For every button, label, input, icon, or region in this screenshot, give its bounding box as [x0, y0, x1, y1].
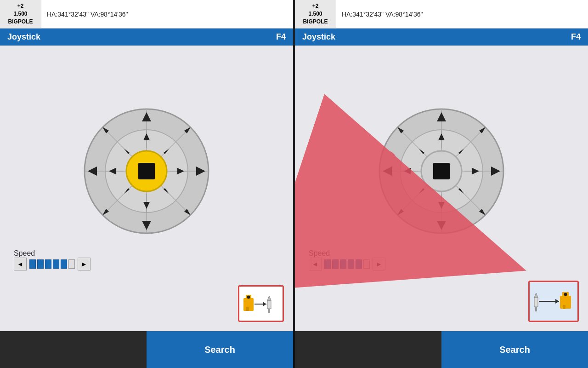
svg-marker-111 — [534, 293, 538, 298]
left-speed-increase[interactable]: ► — [78, 258, 90, 270]
svg-rect-110 — [534, 298, 538, 307]
left-joystick-title: Joystick — [7, 32, 40, 42]
svg-point-117 — [564, 293, 567, 296]
right-bar-3 — [340, 259, 346, 269]
left-speed-bars — [29, 259, 75, 269]
right-speed-section: Speed ◄ ► — [309, 249, 385, 270]
right-panel: Lot 4 Lot 5 20 3.79m 10m 38 — [295, 0, 588, 331]
right-search-section: Search — [441, 331, 588, 368]
right-joystick-wheel[interactable] — [377, 107, 506, 236]
right-line2: 1.500 — [308, 10, 322, 18]
right-line3: BIGPOLE — [303, 18, 328, 26]
svg-rect-118 — [563, 305, 565, 309]
left-speed-control[interactable]: ◄ ► — [14, 258, 90, 270]
right-speed-increase[interactable]: ► — [373, 258, 385, 270]
left-info-left: +2 1.500 BIGPOLE — [0, 0, 41, 28]
right-joystick-area: Speed ◄ ► — [295, 46, 588, 331]
left-bar-1 — [29, 259, 36, 269]
left-coords: HA:341°32'43" VA:98°14'36" — [41, 0, 133, 28]
left-direction-mode-button[interactable] — [238, 285, 284, 322]
right-bar-4 — [348, 259, 354, 269]
right-info-left: +2 1.500 BIGPOLE — [295, 0, 336, 28]
main-content: Lot 4 Lot 5 20 3.79m 10m 38 +2 — [0, 0, 588, 331]
right-bar-5 — [356, 259, 362, 269]
left-speed-section: Speed ◄ ► — [14, 249, 90, 270]
svg-rect-56 — [267, 300, 271, 309]
svg-rect-33 — [138, 163, 155, 179]
svg-rect-93 — [433, 163, 450, 179]
svg-point-52 — [247, 295, 250, 299]
left-search-section: Search — [147, 331, 293, 368]
right-joystick-title: Joystick — [302, 32, 335, 42]
left-joystick-header: Joystick F4 — [0, 29, 293, 46]
left-joystick-area: Speed ◄ ► — [0, 46, 293, 331]
right-bottom-row: Speed ◄ ► — [304, 249, 579, 270]
left-bar-4 — [53, 259, 59, 269]
left-speed-decrease[interactable]: ◄ — [14, 258, 27, 270]
right-direction-mode-button[interactable] — [528, 281, 579, 322]
left-line3: BIGPOLE — [8, 18, 33, 26]
right-speed-bars — [324, 259, 370, 269]
right-info-bar: +2 1.500 BIGPOLE HA:341°32'43" VA:98°14'… — [295, 0, 588, 29]
left-info-bar: +2 1.500 BIGPOLE HA:341°32'43" VA:98°14'… — [0, 0, 293, 29]
left-line2: 1.500 — [13, 10, 27, 18]
left-bar-2 — [37, 259, 44, 269]
right-search-button[interactable]: Search — [441, 331, 588, 368]
right-bottom-section — [295, 331, 441, 368]
right-coords: HA:341°32'43" VA:98°14'36" — [336, 0, 428, 28]
left-line1: +2 — [17, 2, 24, 10]
right-bar-1 — [324, 259, 331, 269]
svg-rect-112 — [535, 307, 537, 311]
right-bar-6 — [363, 259, 370, 269]
left-bar-6 — [68, 259, 75, 269]
right-bar-2 — [332, 259, 339, 269]
left-bottom-section — [0, 331, 147, 368]
left-search-button[interactable]: Search — [147, 331, 293, 368]
right-speed-decrease[interactable]: ◄ — [309, 258, 322, 270]
left-joystick-key: F4 — [276, 32, 286, 42]
left-bar-5 — [61, 259, 67, 269]
svg-rect-53 — [246, 307, 249, 311]
left-bar-3 — [45, 259, 51, 269]
svg-marker-55 — [263, 302, 266, 306]
left-panel: Lot 4 Lot 5 20 3.79m 10m 38 +2 — [0, 0, 293, 331]
right-joystick-header: Joystick F4 — [295, 29, 588, 46]
svg-rect-58 — [268, 309, 270, 313]
svg-marker-114 — [555, 299, 559, 304]
right-speed-control[interactable]: ◄ ► — [309, 258, 385, 270]
right-line1: +2 — [312, 2, 319, 10]
svg-marker-57 — [267, 296, 271, 300]
left-joystick-wheel[interactable] — [82, 107, 211, 236]
left-bottom-row: Speed ◄ ► — [9, 249, 284, 270]
right-speed-label: Speed — [309, 249, 330, 258]
right-joystick-key: F4 — [571, 32, 581, 42]
left-speed-label: Speed — [14, 249, 35, 258]
bottom-bar: Search Search — [0, 331, 588, 368]
